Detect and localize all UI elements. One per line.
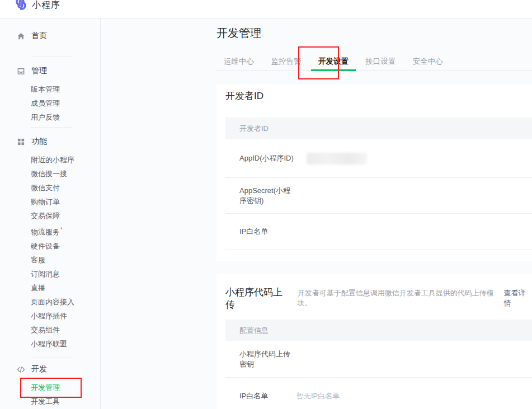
sidebar-item-home[interactable]: 首页 [0,30,100,41]
sidebar-item-pay[interactable]: 微信支付 [0,181,100,195]
tab-ops-center[interactable]: 运维中心 [216,54,261,69]
sidebar: 首页 管理 版本管理 成员管理 用户反馈 功能 附近的小程序 微信搜一搜 微信支… [0,18,101,409]
sidebar-item-service[interactable]: 客服 [0,253,100,267]
tab-security-center[interactable]: 安全中心 [406,54,450,69]
tab-dev-settings[interactable]: 开发设置 [311,54,356,69]
tab-bar: 运维中心 监控告警 开发设置 接口设置 安全中心 [216,54,532,71]
table-header: 开发者ID [225,117,532,139]
sidebar-section-label: 开发 [31,364,47,374]
tray-icon [17,67,25,76]
tab-api-settings[interactable]: 接口设置 [358,54,403,69]
sidebar-item-subscribe[interactable]: 订阅消息 [0,267,100,281]
sidebar-item-hardware[interactable]: 硬件设备 [0,239,100,253]
page-title: 开发管理 [216,26,532,40]
table-row: IP白名单 [225,214,532,250]
code-icon [17,365,25,374]
sidebar-item-guarantee[interactable]: 交易保障 [0,209,100,223]
view-details-link[interactable]: 查看详情 [503,288,532,308]
sidebar-divider [31,56,73,57]
sidebar-group-develop-items: 开发管理 开发工具 [0,380,100,408]
sidebar-divider [31,358,73,358]
table-row: IP白名单 暂无IP白名单 [225,378,532,409]
sidebar-item-plugin[interactable]: 小程序插件 [0,309,100,323]
sidebar-item-version[interactable]: 版本管理 [0,82,100,96]
tab-monitor-alert[interactable]: 监控告警 [263,54,308,69]
sidebar-item-alliance[interactable]: 小程序联盟 [0,337,100,351]
table-row: 小程序代码上传密钥 [225,341,532,378]
table-row: AppID(小程序ID) [225,139,532,178]
sidebar-item-search[interactable]: 微信搜一搜 [0,167,100,181]
sidebar-divider [31,127,73,128]
row-label: AppID(小程序ID) [239,153,296,163]
sidebar-group-features-items: 附近的小程序 微信搜一搜 微信支付 购物订单 交易保障 物流服务* 硬件设备 客… [0,153,100,351]
sidebar-item-label: 物流服务 [31,228,60,236]
new-badge: * [60,227,63,233]
sidebar-section-features[interactable]: 功能 [0,136,100,147]
sidebar-section-label: 管理 [31,66,47,76]
table-header: 配置信息 [225,319,532,341]
miniprogram-console: 小程序 首页 管理 版本管理 成员管理 用户反馈 功能 [0,0,532,409]
sidebar-item-dev-tools[interactable]: 开发工具 [0,394,100,408]
sidebar-group-manage-items: 版本管理 成员管理 用户反馈 [0,82,100,124]
sidebar-section-develop[interactable]: 开发 [0,364,100,375]
section-title: 小程序代码上传 [225,286,290,311]
sidebar-section-label: 功能 [31,137,47,147]
grid-icon [17,138,25,146]
row-label: 小程序代码上传密钥 [239,349,296,369]
sidebar-item-orders[interactable]: 购物订单 [0,195,100,209]
sidebar-item-feedback[interactable]: 用户反馈 [0,110,100,124]
app-title: 小程序 [32,0,60,11]
section-title: 开发者ID [225,90,263,102]
developer-id-card: 开发者ID 开发者ID AppID(小程序ID) AppSecret(小程序密钥… [216,84,532,261]
sidebar-section-label: 首页 [31,31,47,41]
home-icon [17,32,25,40]
sidebar-section-manage[interactable]: 管理 [0,65,100,77]
code-upload-card: 小程序代码上传 开发者可基于配置信息调用微信开发者工具提供的代码上传模块。 查看… [216,274,532,409]
sidebar-item-logistics[interactable]: 物流服务* [0,223,100,239]
sidebar-item-nearby[interactable]: 附近的小程序 [0,153,100,167]
row-label: IP白名单 [239,227,296,237]
row-label: AppSecret(小程序密钥) [239,186,296,206]
table-row: AppSecret(小程序密钥) [225,178,532,214]
sidebar-item-live[interactable]: 直播 [0,281,100,295]
row-label: IP白名单 [239,391,296,401]
sidebar-item-members[interactable]: 成员管理 [0,96,100,110]
miniprogram-logo-icon [13,0,29,11]
redacted-appid-value [307,153,367,164]
row-value: 暂无IP白名单 [296,391,340,401]
sidebar-item-trade-component[interactable]: 交易组件 [0,323,100,337]
main-content: 开发管理 运维中心 监控告警 开发设置 接口设置 安全中心 开发者ID 开发者I… [216,18,532,409]
sidebar-item-page-content[interactable]: 页面内容接入 [0,295,100,309]
sidebar-item-dev-manage[interactable]: 开发管理 [0,380,100,394]
section-description: 开发者可基于配置信息调用微信开发者工具提供的代码上传模块。 [298,288,503,308]
top-bar: 小程序 [0,0,532,18]
